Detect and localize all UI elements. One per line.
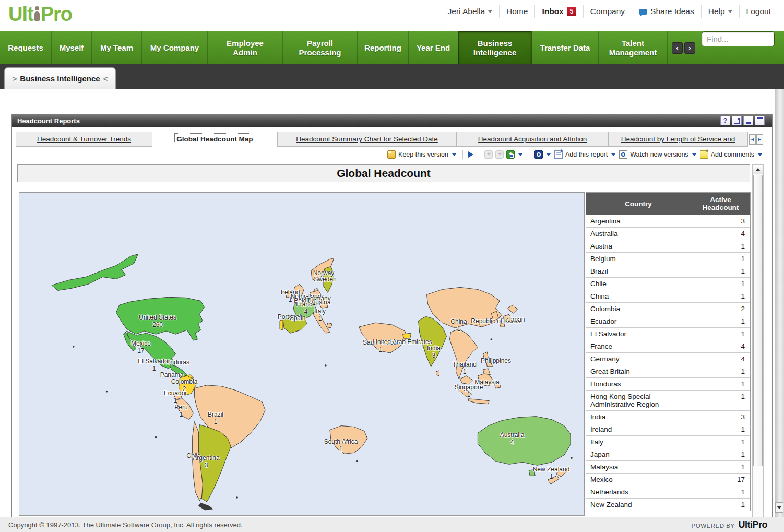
nav-item-reporting[interactable]: Reporting	[358, 31, 409, 64]
nav-item-business-intelligence[interactable]: Business Intelligence	[458, 31, 532, 64]
country-cell: Ecuador	[586, 315, 691, 327]
table-row: Colombia 2	[586, 302, 750, 315]
scroll-up-icon[interactable]	[753, 165, 763, 174]
island-speck	[106, 391, 108, 392]
count-cell: 1	[691, 240, 750, 252]
headcount-table: Country Active Headcount Argentina 3 Aus…	[586, 192, 751, 511]
tab-headcount-length-of-service[interactable]: Headcount by Length of Service and	[608, 132, 748, 147]
add-comments-icon[interactable]	[700, 150, 708, 159]
drill-up-icon[interactable]	[495, 150, 504, 159]
region-philippines-1	[483, 352, 488, 358]
watch-versions-icon[interactable]	[619, 150, 627, 159]
tab-headcount-summary-chart[interactable]: Headcount Summary Chart for Selected Dat…	[277, 132, 457, 147]
add-report-icon[interactable]	[554, 150, 563, 159]
breadcrumb[interactable]: > Business Intelligence <	[4, 67, 116, 89]
table-row: Australia 4	[586, 227, 750, 240]
region-sulawesi	[494, 381, 501, 388]
region-central-america	[169, 364, 187, 377]
chevron-left-icon[interactable]: ‹	[672, 42, 683, 54]
report-tabs: Headcount & Turnover Trends Global Headc…	[16, 132, 763, 147]
nav-item-talent-management[interactable]: Talent Management	[599, 31, 668, 64]
tab-headcount-turnover-trends[interactable]: Headcount & Turnover Trends	[16, 132, 152, 147]
region-ireland	[286, 290, 292, 298]
keep-version-button[interactable]: Keep this version	[398, 151, 448, 158]
minimize-icon[interactable]	[743, 116, 753, 125]
nav-item-requests[interactable]: Requests	[0, 31, 52, 64]
island-speck	[491, 339, 492, 340]
related-content-dropdown-icon[interactable]	[518, 153, 522, 156]
nav-item-employee-admin[interactable]: Employee Admin	[208, 31, 283, 64]
nav-item-payroll-processing[interactable]: Payroll Processing	[283, 31, 358, 64]
region-uae	[403, 333, 411, 338]
open-with-dropdown-icon[interactable]	[547, 153, 551, 156]
maximize-icon[interactable]	[755, 116, 765, 125]
add-report-dropdown-icon[interactable]	[611, 153, 615, 156]
open-with-icon[interactable]	[534, 150, 543, 159]
count-cell: 4	[691, 340, 750, 352]
person-icon	[34, 6, 40, 22]
copyright-text: Copyright © 1997-2013. The Ultimate Soft…	[8, 521, 243, 529]
tab-next-icon[interactable]	[756, 134, 763, 145]
page-scrollbar[interactable]	[775, 89, 784, 517]
column-header-active-headcount: Active Headcount	[691, 193, 750, 215]
user-menu[interactable]: Jeri Abella	[441, 5, 500, 18]
run-report-icon[interactable]	[468, 151, 473, 158]
count-cell: 3	[691, 215, 750, 227]
country-cell: Argentina	[586, 215, 691, 227]
nav-item-my-team[interactable]: My Team	[92, 31, 142, 64]
region-japan-north	[507, 305, 517, 313]
tab-global-headcount-map[interactable]: Global Headcount Map	[152, 132, 278, 147]
nav-item-year-end[interactable]: Year End	[409, 31, 458, 64]
region-sweden	[324, 267, 334, 293]
find-input[interactable]	[702, 31, 775, 46]
related-content-icon[interactable]	[506, 150, 515, 159]
add-comments-dropdown-icon[interactable]	[758, 153, 762, 156]
add-comments-button[interactable]: Add comments	[711, 151, 754, 158]
scrollbar-thumb[interactable]	[753, 175, 763, 466]
region-india	[419, 316, 447, 367]
headcount-reports-panel: Headcount Reports Headcount & Turnover T…	[11, 114, 773, 518]
count-cell: 1	[691, 278, 750, 290]
home-link[interactable]: Home	[499, 5, 534, 18]
count-cell: 1	[691, 328, 750, 340]
export-window-icon[interactable]	[732, 116, 742, 125]
tab-headcount-acquisition-attrition[interactable]: Headcount Acquisition and Attrition	[456, 132, 609, 147]
region-tierra-del-fuego	[198, 503, 213, 510]
share-ideas-link[interactable]: Share Ideas	[632, 5, 701, 18]
help-menu[interactable]: Help	[701, 5, 739, 18]
country-cell: New Zealand	[586, 499, 691, 511]
count-cell: 1	[691, 391, 750, 410]
scroll-down-icon[interactable]	[775, 502, 783, 513]
region-great-britain	[293, 284, 304, 301]
watch-versions-dropdown-icon[interactable]	[692, 153, 696, 156]
keep-version-icon[interactable]	[387, 150, 396, 159]
tab-prev-icon[interactable]	[749, 134, 756, 145]
inbox-link[interactable]: Inbox 5	[534, 5, 583, 18]
report-scrollbar[interactable]	[752, 164, 764, 517]
region-tasmania	[529, 469, 535, 476]
panel-title: Headcount Reports	[17, 117, 80, 125]
help-icon[interactable]	[720, 116, 730, 125]
country-cell: Belgium	[586, 253, 691, 265]
powered-by-brand: POWERED BY UltiPro	[692, 519, 775, 530]
count-cell: 4	[691, 353, 750, 365]
add-report-button[interactable]: Add this report	[565, 151, 608, 158]
country-cell: El Salvador	[586, 328, 691, 340]
nav-item-transfer-data[interactable]: Transfer Data	[532, 31, 599, 64]
region-alaska	[52, 254, 138, 291]
watch-versions-button[interactable]: Watch new versions	[630, 151, 688, 158]
region-new-zealand-south	[548, 476, 559, 484]
region-japan-main	[503, 314, 511, 322]
logout-link[interactable]: Logout	[739, 5, 778, 18]
tab-scroll-buttons	[749, 132, 763, 147]
chevron-right-icon[interactable]: ›	[684, 42, 695, 54]
table-row: Argentina 3	[586, 215, 750, 227]
brand-logo-text: UltiPro	[738, 519, 767, 530]
nav-item-my-company[interactable]: My Company	[142, 31, 208, 64]
keep-version-dropdown-icon[interactable]	[452, 153, 456, 156]
page-footer: Copyright © 1997-2013. The Ultimate Soft…	[0, 517, 784, 532]
country-cell: Honduras	[586, 378, 691, 390]
nav-item-myself[interactable]: Myself	[52, 31, 92, 64]
drill-down-icon[interactable]	[484, 150, 493, 159]
company-link[interactable]: Company	[583, 5, 632, 18]
